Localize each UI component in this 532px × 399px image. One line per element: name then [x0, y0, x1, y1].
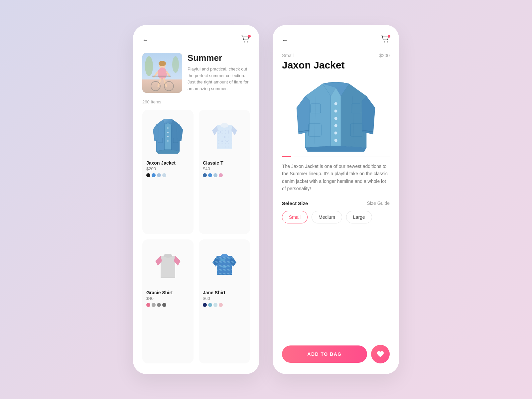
svg-point-47 [334, 139, 337, 142]
svg-point-31 [228, 131, 229, 133]
svg-point-41 [387, 42, 388, 43]
product-price-jaxon: $200 [146, 166, 190, 171]
svg-point-29 [220, 131, 221, 133]
hero-image-svg [142, 53, 182, 93]
gracie-color-dots [146, 303, 190, 307]
collection-hero: Summer Playful and practical, check out … [142, 53, 250, 93]
collection-title: Summer [188, 53, 250, 63]
product-image-jane [203, 243, 246, 287]
color-dot[interactable] [146, 303, 150, 307]
product-name-classic: Classic T [203, 160, 246, 166]
divider-line [294, 157, 390, 157]
svg-point-5 [172, 56, 179, 73]
detail-cart-badge [388, 35, 390, 38]
cart-badge [248, 35, 251, 38]
svg-point-46 [334, 132, 337, 135]
color-dot[interactable] [219, 173, 223, 177]
svg-rect-3 [142, 79, 182, 93]
hero-image [142, 53, 182, 93]
color-dot[interactable] [208, 173, 212, 177]
product-price-gracie: $40 [146, 296, 190, 301]
product-image-gracie [146, 243, 190, 287]
color-dot[interactable] [213, 173, 217, 177]
svg-point-4 [145, 56, 153, 76]
product-card-jane[interactable]: Jane Shirt $60 [199, 239, 250, 364]
svg-point-1 [247, 42, 248, 43]
svg-point-42 [334, 102, 337, 105]
svg-point-30 [224, 136, 225, 138]
svg-point-34 [164, 254, 172, 258]
color-dot[interactable] [213, 303, 217, 307]
product-grid: Jaxon Jacket $200 [142, 110, 250, 363]
color-dot[interactable] [162, 173, 166, 177]
items-count: 260 Items [142, 99, 250, 104]
color-dot[interactable] [152, 303, 156, 307]
svg-point-7 [159, 61, 166, 66]
color-dot[interactable] [219, 303, 223, 307]
svg-point-16 [167, 127, 169, 129]
wishlist-button[interactable] [371, 345, 390, 363]
hero-text: Summer Playful and practical, check out … [188, 53, 250, 93]
right-phone: ← Small $200 Jaxon Jacket [273, 25, 399, 374]
classic-t-img [210, 119, 239, 152]
color-dot[interactable] [203, 303, 207, 307]
color-dot[interactable] [157, 303, 161, 307]
product-name-jane: Jane Shirt [203, 290, 246, 295]
select-size-header: Select Size Size Guide [282, 200, 390, 206]
product-name-gracie: Gracie Shirt [146, 290, 190, 295]
jane-shirt-img [211, 248, 238, 282]
svg-point-19 [167, 140, 169, 142]
product-image-classic [203, 114, 246, 157]
svg-point-45 [334, 124, 337, 127]
color-dot[interactable] [146, 173, 150, 177]
jane-color-dots [203, 303, 246, 307]
product-price-jane: $60 [203, 296, 246, 301]
select-size-label: Select Size [282, 200, 308, 206]
detail-product-image [282, 76, 390, 156]
color-dot[interactable] [152, 173, 156, 177]
svg-point-33 [226, 141, 228, 142]
svg-point-27 [220, 123, 228, 128]
jaxon-jacket-img [153, 116, 183, 155]
gracie-shirt-img [155, 248, 181, 282]
svg-point-8 [158, 67, 167, 79]
product-card-jaxon-jacket[interactable]: Jaxon Jacket $200 [142, 110, 194, 234]
svg-point-38 [221, 254, 228, 257]
classic-color-dots [203, 173, 246, 177]
size-button-medium[interactable]: Medium [312, 211, 342, 223]
left-header: ← [142, 36, 250, 45]
detail-product-price: $200 [379, 53, 390, 58]
color-dot[interactable] [162, 303, 166, 307]
color-dot[interactable] [208, 303, 212, 307]
add-to-bag-button[interactable]: ADD TO BAG [282, 345, 367, 363]
svg-point-18 [167, 136, 169, 137]
product-image-jaxon [146, 114, 190, 157]
size-button-small[interactable]: Small [282, 211, 308, 223]
svg-point-44 [334, 117, 337, 120]
detail-current-size: Small [282, 53, 294, 58]
left-phone: ← [133, 25, 259, 374]
product-card-classic-t[interactable]: Classic T $40 [199, 110, 250, 234]
back-button[interactable]: ← [142, 37, 148, 44]
color-dot[interactable] [157, 173, 161, 177]
size-button-large[interactable]: Large [346, 211, 372, 223]
detail-back-button[interactable]: ← [282, 37, 288, 44]
product-card-gracie[interactable]: Gracie Shirt $40 [142, 239, 194, 364]
size-guide-link[interactable]: Size Guide [367, 200, 390, 206]
svg-point-43 [334, 110, 337, 113]
detail-size-price-row: Small $200 [282, 53, 390, 58]
product-name-jaxon: Jaxon Jacket [146, 160, 190, 166]
detail-jacket-img [296, 78, 376, 154]
cart-button[interactable] [241, 36, 250, 45]
detail-cart-button[interactable] [381, 36, 390, 45]
color-dot[interactable] [203, 173, 207, 177]
detail-divider [282, 156, 390, 157]
divider-accent [282, 156, 291, 157]
svg-point-17 [167, 132, 169, 133]
svg-point-0 [244, 42, 245, 43]
detail-product-title: Jaxon Jacket [282, 60, 390, 71]
collection-description: Playful and practical, check out the per… [188, 66, 250, 92]
svg-point-40 [384, 42, 385, 43]
heart-icon [376, 350, 384, 358]
svg-point-32 [221, 141, 223, 142]
